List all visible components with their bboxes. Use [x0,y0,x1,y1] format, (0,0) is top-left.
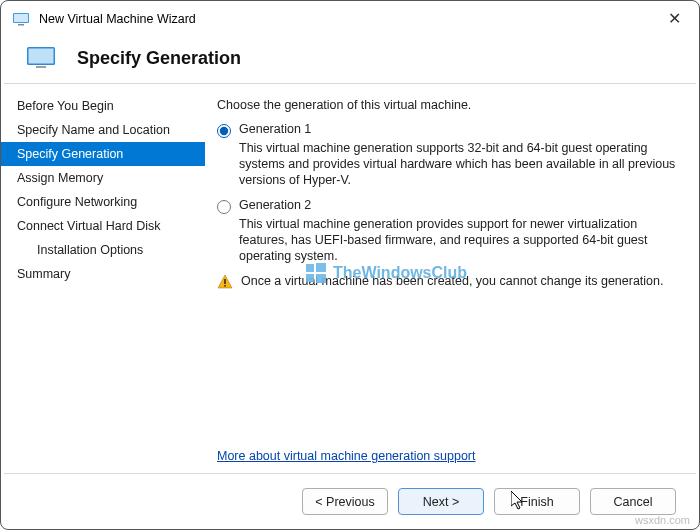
sidebar-item-assign-memory[interactable]: Assign Memory [1,166,205,190]
svg-rect-8 [224,285,226,287]
generation-1-description: This virtual machine generation supports… [239,140,679,188]
svg-rect-1 [14,14,28,22]
generation-2-option[interactable]: Generation 2 [217,198,679,214]
svg-rect-9 [306,264,314,272]
generation-2-radio[interactable] [217,200,231,214]
wizard-body: Before You Begin Specify Name and Locati… [1,84,699,473]
watermark: TheWindowsClub [305,262,467,284]
app-icon [13,11,29,27]
generation-2-description: This virtual machine generation provides… [239,216,679,264]
wizard-header: Specify Generation [1,37,699,83]
svg-rect-12 [316,274,326,283]
cancel-button[interactable]: Cancel [590,488,676,515]
svg-rect-10 [316,263,326,272]
svg-rect-11 [306,274,314,282]
more-info-link[interactable]: More about virtual machine generation su… [217,449,475,463]
windows-logo-icon [305,262,327,284]
sidebar-item-specify-name[interactable]: Specify Name and Location [1,118,205,142]
finish-button[interactable]: Finish [494,488,580,515]
site-watermark: wsxdn.com [635,514,690,526]
svg-rect-4 [29,49,54,64]
wizard-window: New Virtual Machine Wizard ✕ Specify Gen… [0,0,700,530]
intro-text: Choose the generation of this virtual ma… [217,98,679,112]
sidebar-item-connect-vhd[interactable]: Connect Virtual Hard Disk [1,214,205,238]
close-button[interactable]: ✕ [659,11,689,27]
svg-rect-5 [36,66,46,68]
generation-1-label: Generation 1 [239,122,311,136]
sidebar-item-configure-networking[interactable]: Configure Networking [1,190,205,214]
generation-1-radio[interactable] [217,124,231,138]
monitor-icon [27,47,55,69]
next-button[interactable]: Next > [398,488,484,515]
watermark-text: TheWindowsClub [333,264,467,282]
page-title: Specify Generation [77,48,241,69]
wizard-footer: < Previous Next > Finish Cancel [4,473,696,529]
generation-2-label: Generation 2 [239,198,311,212]
sidebar-item-summary[interactable]: Summary [1,262,205,286]
wizard-content: Choose the generation of this virtual ma… [205,84,699,473]
sidebar-item-specify-generation[interactable]: Specify Generation [1,142,205,166]
sidebar-item-before-you-begin[interactable]: Before You Begin [1,94,205,118]
generation-1-option[interactable]: Generation 1 [217,122,679,138]
svg-rect-2 [18,24,24,26]
titlebar: New Virtual Machine Wizard ✕ [1,1,699,37]
sidebar-item-installation-options[interactable]: Installation Options [1,238,205,262]
wizard-sidebar: Before You Begin Specify Name and Locati… [1,84,205,473]
warning-icon [217,274,233,290]
svg-rect-7 [224,279,226,284]
previous-button[interactable]: < Previous [302,488,388,515]
window-title: New Virtual Machine Wizard [39,12,659,26]
